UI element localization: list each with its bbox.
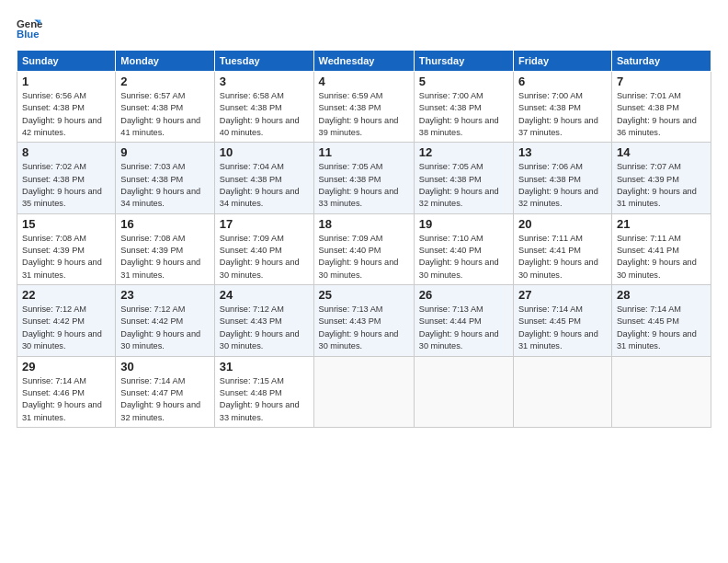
day-info: Sunrise: 7:02 AMSunset: 4:38 PMDaylight:… [22, 162, 102, 208]
day-number: 21 [617, 217, 706, 231]
day-info: Sunrise: 6:57 AMSunset: 4:38 PMDaylight:… [120, 91, 200, 137]
day-info: Sunrise: 7:04 AMSunset: 4:38 PMDaylight:… [220, 162, 300, 208]
day-cell: 21 Sunrise: 7:11 AMSunset: 4:41 PMDaylig… [611, 213, 711, 284]
col-header-monday: Monday [116, 51, 215, 72]
calendar-header-row: SundayMondayTuesdayWednesdayThursdayFrid… [17, 51, 711, 72]
day-cell [611, 356, 711, 427]
day-number: 19 [419, 217, 508, 231]
day-info: Sunrise: 7:09 AMSunset: 4:40 PMDaylight:… [220, 234, 300, 280]
day-number: 3 [220, 75, 309, 88]
day-info: Sunrise: 6:59 AMSunset: 4:38 PMDaylight:… [319, 91, 399, 137]
day-cell: 28 Sunrise: 7:14 AMSunset: 4:45 PMDaylig… [611, 285, 711, 356]
day-info: Sunrise: 7:00 AMSunset: 4:38 PMDaylight:… [518, 91, 598, 137]
day-cell: 19 Sunrise: 7:10 AMSunset: 4:40 PMDaylig… [414, 213, 513, 284]
day-number: 7 [617, 75, 706, 88]
calendar-table: SundayMondayTuesdayWednesdayThursdayFrid… [17, 50, 711, 428]
day-cell [313, 356, 414, 427]
day-cell: 27 Sunrise: 7:14 AMSunset: 4:45 PMDaylig… [514, 285, 612, 356]
day-cell: 16 Sunrise: 7:08 AMSunset: 4:39 PMDaylig… [116, 213, 215, 284]
day-number: 27 [518, 288, 607, 302]
header: General Blue [17, 17, 711, 42]
day-number: 24 [220, 288, 309, 302]
week-row: 1 Sunrise: 6:56 AMSunset: 4:38 PMDayligh… [17, 72, 711, 143]
day-cell: 18 Sunrise: 7:09 AMSunset: 4:40 PMDaylig… [313, 213, 414, 284]
day-number: 17 [220, 217, 309, 231]
day-info: Sunrise: 7:14 AMSunset: 4:46 PMDaylight:… [22, 376, 102, 422]
day-info: Sunrise: 7:05 AMSunset: 4:38 PMDaylight:… [419, 162, 499, 208]
day-cell: 2 Sunrise: 6:57 AMSunset: 4:38 PMDayligh… [116, 72, 215, 143]
day-number: 2 [120, 75, 210, 88]
day-number: 28 [617, 288, 706, 302]
day-info: Sunrise: 7:14 AMSunset: 4:45 PMDaylight:… [617, 304, 697, 350]
day-number: 8 [22, 145, 110, 159]
day-info: Sunrise: 7:15 AMSunset: 4:48 PMDaylight:… [220, 376, 300, 422]
week-row: 15 Sunrise: 7:08 AMSunset: 4:39 PMDaylig… [17, 213, 711, 284]
day-info: Sunrise: 7:00 AMSunset: 4:38 PMDaylight:… [419, 91, 499, 137]
day-number: 23 [120, 288, 210, 302]
day-number: 9 [120, 145, 210, 159]
day-number: 12 [419, 145, 508, 159]
day-number: 14 [617, 145, 706, 159]
col-header-sunday: Sunday [17, 51, 116, 72]
day-info: Sunrise: 7:05 AMSunset: 4:38 PMDaylight:… [319, 162, 399, 208]
day-info: Sunrise: 7:11 AMSunset: 4:41 PMDaylight:… [518, 234, 598, 280]
day-info: Sunrise: 7:10 AMSunset: 4:40 PMDaylight:… [419, 234, 499, 280]
day-number: 6 [518, 75, 607, 88]
day-cell: 12 Sunrise: 7:05 AMSunset: 4:38 PMDaylig… [414, 143, 513, 213]
day-cell: 22 Sunrise: 7:12 AMSunset: 4:42 PMDaylig… [17, 285, 116, 356]
day-cell: 3 Sunrise: 6:58 AMSunset: 4:38 PMDayligh… [214, 72, 313, 143]
calendar-page: General Blue SundayMondayTuesdayWednesda… [0, 0, 728, 563]
day-cell [514, 356, 612, 427]
calendar-body: 1 Sunrise: 6:56 AMSunset: 4:38 PMDayligh… [17, 72, 711, 428]
day-cell: 23 Sunrise: 7:12 AMSunset: 4:42 PMDaylig… [116, 285, 215, 356]
day-info: Sunrise: 7:12 AMSunset: 4:42 PMDaylight:… [120, 304, 200, 350]
day-number: 30 [120, 360, 210, 373]
day-number: 11 [319, 145, 409, 159]
day-number: 29 [22, 360, 110, 373]
day-cell [414, 356, 513, 427]
col-header-friday: Friday [514, 51, 612, 72]
day-cell: 31 Sunrise: 7:15 AMSunset: 4:48 PMDaylig… [214, 356, 313, 427]
week-row: 8 Sunrise: 7:02 AMSunset: 4:38 PMDayligh… [17, 143, 711, 213]
day-info: Sunrise: 7:08 AMSunset: 4:39 PMDaylight:… [120, 234, 200, 280]
day-number: 25 [319, 288, 409, 302]
day-number: 18 [319, 217, 409, 231]
day-cell: 6 Sunrise: 7:00 AMSunset: 4:38 PMDayligh… [514, 72, 612, 143]
day-cell: 4 Sunrise: 6:59 AMSunset: 4:38 PMDayligh… [313, 72, 414, 143]
col-header-wednesday: Wednesday [313, 51, 414, 72]
day-cell: 15 Sunrise: 7:08 AMSunset: 4:39 PMDaylig… [17, 213, 116, 284]
day-number: 10 [220, 145, 309, 159]
day-cell: 20 Sunrise: 7:11 AMSunset: 4:41 PMDaylig… [514, 213, 612, 284]
day-info: Sunrise: 7:11 AMSunset: 4:41 PMDaylight:… [617, 234, 697, 280]
day-info: Sunrise: 7:14 AMSunset: 4:45 PMDaylight:… [518, 304, 598, 350]
day-number: 4 [319, 75, 409, 88]
day-cell: 29 Sunrise: 7:14 AMSunset: 4:46 PMDaylig… [17, 356, 116, 427]
day-number: 15 [22, 217, 110, 231]
day-info: Sunrise: 7:13 AMSunset: 4:43 PMDaylight:… [319, 304, 399, 350]
week-row: 29 Sunrise: 7:14 AMSunset: 4:46 PMDaylig… [17, 356, 711, 427]
day-cell: 7 Sunrise: 7:01 AMSunset: 4:38 PMDayligh… [611, 72, 711, 143]
day-cell: 13 Sunrise: 7:06 AMSunset: 4:38 PMDaylig… [514, 143, 612, 213]
col-header-saturday: Saturday [611, 51, 711, 72]
day-number: 16 [120, 217, 210, 231]
day-cell: 25 Sunrise: 7:13 AMSunset: 4:43 PMDaylig… [313, 285, 414, 356]
logo: General Blue [17, 17, 48, 42]
day-info: Sunrise: 7:06 AMSunset: 4:38 PMDaylight:… [518, 162, 598, 208]
day-number: 20 [518, 217, 607, 231]
day-number: 1 [22, 75, 110, 88]
day-info: Sunrise: 7:03 AMSunset: 4:38 PMDaylight:… [120, 162, 200, 208]
svg-text:Blue: Blue [17, 29, 40, 40]
day-info: Sunrise: 7:12 AMSunset: 4:42 PMDaylight:… [22, 304, 102, 350]
col-header-thursday: Thursday [414, 51, 513, 72]
day-cell: 14 Sunrise: 7:07 AMSunset: 4:39 PMDaylig… [611, 143, 711, 213]
day-info: Sunrise: 7:14 AMSunset: 4:47 PMDaylight:… [120, 376, 200, 422]
day-number: 22 [22, 288, 110, 302]
col-header-tuesday: Tuesday [214, 51, 313, 72]
day-cell: 17 Sunrise: 7:09 AMSunset: 4:40 PMDaylig… [214, 213, 313, 284]
day-cell: 9 Sunrise: 7:03 AMSunset: 4:38 PMDayligh… [116, 143, 215, 213]
day-cell: 30 Sunrise: 7:14 AMSunset: 4:47 PMDaylig… [116, 356, 215, 427]
day-cell: 8 Sunrise: 7:02 AMSunset: 4:38 PMDayligh… [17, 143, 116, 213]
day-cell: 5 Sunrise: 7:00 AMSunset: 4:38 PMDayligh… [414, 72, 513, 143]
day-number: 31 [220, 360, 309, 373]
day-number: 13 [518, 145, 607, 159]
